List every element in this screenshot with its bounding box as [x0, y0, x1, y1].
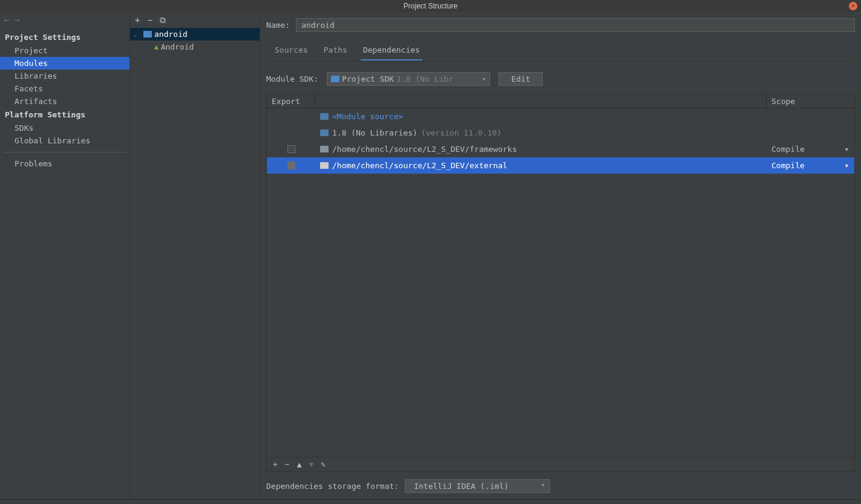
- sdk-select[interactable]: Project SDK 1.8 (No Libr: [327, 72, 490, 86]
- sdk-value: Project SDK: [342, 74, 394, 83]
- remove-dependency-icon[interactable]: −: [285, 460, 290, 469]
- move-up-icon[interactable]: ▲: [297, 460, 302, 469]
- module-panel: + − ⧉ ⌄ android ▲ Android: [130, 12, 260, 499]
- table-body: <Module source> 1.8 (No Libraries) (vers…: [267, 108, 854, 457]
- add-dependency-icon[interactable]: +: [273, 460, 278, 469]
- edit-dependency-icon[interactable]: ✎: [321, 460, 326, 469]
- module-icon: [143, 31, 152, 38]
- close-icon[interactable]: ✕: [849, 2, 857, 10]
- name-row: Name:: [266, 18, 855, 32]
- header-export[interactable]: Export: [267, 95, 315, 108]
- sdk-version-dim: 1.8 (No Libr: [396, 74, 453, 83]
- chevron-down-icon: ▼: [845, 146, 848, 152]
- tree-label: Android: [161, 42, 194, 51]
- sidebar-item-artifacts[interactable]: Artifacts: [0, 95, 129, 108]
- scope-select[interactable]: Compile ▼: [767, 143, 854, 155]
- section-heading-platform: Platform Settings: [0, 108, 129, 122]
- nav-back-icon[interactable]: ←: [4, 15, 9, 25]
- tree-node-android[interactable]: ⌄ android: [130, 28, 260, 41]
- chevron-down-icon: ▼: [845, 163, 848, 169]
- move-down-icon[interactable]: ▼: [309, 460, 313, 469]
- module-tree: ⌄ android ▲ Android: [130, 28, 260, 499]
- tabs: Sources Paths Dependencies: [266, 42, 855, 61]
- dependency-path: /home/chencl/source/L2_S_DEV/frameworks: [332, 145, 517, 154]
- sidebar-item-facets[interactable]: Facets: [0, 82, 129, 95]
- dependency-toolbar: + − ▲ ▼ ✎: [267, 457, 854, 471]
- tab-paths[interactable]: Paths: [321, 42, 350, 61]
- android-icon: ▲: [154, 43, 159, 51]
- tree-label: android: [154, 30, 188, 39]
- copy-module-icon[interactable]: ⧉: [160, 15, 166, 25]
- storage-select[interactable]: IntelliJ IDEA (.iml): [405, 479, 550, 493]
- sdk-label: Module SDK:: [266, 74, 318, 83]
- table-row[interactable]: <Module source>: [267, 108, 854, 125]
- sidebar-item-problems[interactable]: Problems: [0, 157, 129, 170]
- tree-node-android-child[interactable]: ▲ Android: [130, 41, 260, 53]
- add-module-icon[interactable]: +: [135, 15, 140, 25]
- dependencies-table: Export Scope <Module source>: [266, 94, 855, 472]
- footer: [0, 499, 861, 504]
- folder-icon: [320, 146, 329, 152]
- window-title: Project Structure: [404, 2, 457, 10]
- module-name-input[interactable]: [296, 18, 855, 32]
- sdk-row: Module SDK: Project SDK 1.8 (No Libr Edi…: [266, 72, 855, 86]
- name-label: Name:: [266, 21, 290, 30]
- nav-row: ← →: [0, 12, 129, 28]
- titlebar: Project Structure ✕: [0, 0, 861, 12]
- sidebar-item-sdks[interactable]: SDKs: [0, 122, 129, 134]
- section-heading-project: Project Settings: [0, 30, 129, 44]
- header-scope[interactable]: Scope: [767, 95, 854, 108]
- header-name[interactable]: [315, 95, 767, 108]
- settings-sidebar: ← → Project Settings Project Modules Lib…: [0, 12, 130, 499]
- jdk-icon: [320, 129, 329, 136]
- tab-dependencies[interactable]: Dependencies: [361, 42, 422, 61]
- table-row[interactable]: /home/chencl/source/L2_S_DEV/frameworks …: [267, 141, 854, 157]
- content-panel: Name: Sources Paths Dependencies Module …: [260, 12, 861, 499]
- tab-sources[interactable]: Sources: [272, 42, 310, 61]
- table-row[interactable]: 1.8 (No Libraries) (version 11.0.10): [267, 125, 854, 141]
- edit-button[interactable]: Edit: [499, 72, 543, 86]
- table-header: Export Scope: [267, 95, 854, 108]
- module-source-label: <Module source>: [332, 112, 403, 121]
- storage-value: IntelliJ IDEA (.iml): [414, 482, 509, 491]
- storage-row: Dependencies storage format: IntelliJ ID…: [266, 472, 855, 499]
- scope-select[interactable]: Compile ▼: [767, 159, 854, 172]
- table-row[interactable]: /home/chencl/source/L2_S_DEV/external Co…: [267, 157, 854, 174]
- nav-forward-icon[interactable]: →: [14, 15, 19, 25]
- dependency-path: /home/chencl/source/L2_S_DEV/external: [332, 161, 508, 170]
- remove-module-icon[interactable]: −: [147, 15, 152, 25]
- storage-label: Dependencies storage format:: [266, 482, 399, 491]
- folder-icon: [320, 162, 329, 169]
- main-container: ← → Project Settings Project Modules Lib…: [0, 12, 861, 499]
- sidebar-item-project[interactable]: Project: [0, 44, 129, 57]
- sidebar-item-global-libraries[interactable]: Global Libraries: [0, 134, 129, 147]
- export-checkbox[interactable]: [287, 162, 295, 169]
- export-checkbox[interactable]: [287, 145, 295, 153]
- expand-icon[interactable]: ⌄: [134, 31, 141, 38]
- jdk-name: 1.8 (No Libraries): [332, 128, 417, 137]
- sidebar-item-modules[interactable]: Modules: [0, 57, 129, 70]
- folder-icon: [320, 113, 329, 120]
- module-toolbar: + − ⧉: [130, 12, 260, 28]
- sdk-icon: [331, 76, 339, 82]
- sidebar-divider: [4, 152, 126, 152]
- jdk-version: (version 11.0.10): [421, 128, 502, 137]
- sidebar-item-libraries[interactable]: Libraries: [0, 70, 129, 82]
